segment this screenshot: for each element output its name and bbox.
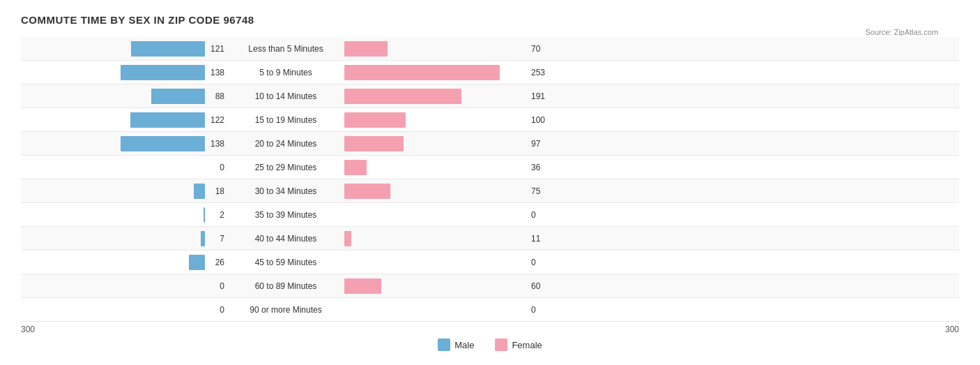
bar-row: 0 90 or more Minutes 0 [21, 298, 959, 322]
male-value: 88 [205, 91, 224, 101]
female-value: 0 [531, 258, 551, 267]
female-bar [344, 89, 461, 104]
female-value: 36 [531, 163, 551, 172]
male-bar-wrap [21, 231, 205, 246]
left-section: 26 [21, 255, 230, 270]
bar-row: 138 20 to 24 Minutes 97 [21, 132, 959, 156]
male-value: 18 [205, 186, 224, 196]
left-section: 138 [21, 65, 230, 80]
bars-container: 121 Less than 5 Minutes 70 138 5 to 9 Mi… [21, 37, 959, 322]
male-bar-wrap [21, 160, 205, 175]
bar-row: 0 25 to 29 Minutes 36 [21, 156, 959, 179]
female-value: 97 [531, 139, 551, 149]
female-value: 60 [531, 281, 551, 291]
female-value: 0 [531, 210, 551, 220]
category-label: 15 to 19 Minutes [230, 115, 342, 125]
axis-left-label: 300 [21, 325, 230, 334]
female-value: 0 [531, 305, 551, 315]
female-bar-wrap [344, 41, 528, 57]
bar-row: 18 30 to 34 Minutes 75 [21, 179, 959, 203]
right-section: 70 [342, 41, 551, 57]
left-section: 121 [21, 41, 230, 57]
female-bar-wrap [344, 207, 528, 223]
female-bar-wrap [344, 278, 528, 294]
male-bar-wrap [21, 255, 205, 270]
female-bar [344, 231, 351, 246]
left-section: 0 [21, 160, 230, 175]
left-section: 122 [21, 112, 230, 128]
female-bar-wrap [344, 302, 528, 318]
female-value: 75 [531, 186, 551, 196]
male-value: 0 [205, 163, 224, 172]
male-bar-wrap [21, 112, 205, 128]
right-section: 11 [342, 231, 551, 246]
female-bar [344, 136, 404, 151]
bar-row: 0 60 to 89 Minutes 60 [21, 274, 959, 298]
bar-row: 88 10 to 14 Minutes 191 [21, 84, 959, 108]
male-value: 122 [205, 115, 224, 125]
bar-row: 122 15 to 19 Minutes 100 [21, 108, 959, 132]
axis-right-label: 300 [750, 325, 959, 334]
female-bar-wrap [344, 160, 528, 175]
male-bar-wrap [21, 136, 205, 151]
female-bar-wrap [344, 136, 528, 151]
male-bar-wrap [21, 89, 205, 104]
female-bar [344, 160, 367, 175]
male-bar [121, 136, 205, 151]
category-label: 25 to 29 Minutes [230, 163, 342, 172]
category-label: 30 to 34 Minutes [230, 186, 342, 196]
left-section: 2 [21, 207, 230, 223]
male-bar-wrap [21, 278, 205, 294]
category-label: 60 to 89 Minutes [230, 281, 342, 291]
category-label: 90 or more Minutes [230, 305, 342, 315]
bar-row: 138 5 to 9 Minutes 253 [21, 61, 959, 84]
chart-title: COMMUTE TIME BY SEX IN ZIP CODE 96748 [21, 14, 959, 26]
bar-row: 121 Less than 5 Minutes 70 [21, 37, 959, 61]
male-value: 138 [205, 139, 224, 149]
male-bar [130, 112, 205, 128]
legend: Male Female [21, 338, 959, 351]
female-bar-wrap [344, 255, 528, 270]
male-bar-wrap [21, 302, 205, 318]
source-label: Source: ZipAtlas.com [865, 28, 938, 36]
category-label: 35 to 39 Minutes [230, 210, 342, 220]
female-bar-wrap [344, 184, 528, 199]
female-bar-wrap [344, 112, 528, 128]
right-section: 36 [342, 160, 551, 175]
left-section: 138 [21, 136, 230, 151]
male-value: 121 [205, 44, 224, 54]
female-bar [344, 184, 390, 199]
female-value: 70 [531, 44, 551, 54]
right-section: 60 [342, 278, 551, 294]
male-bar-wrap [21, 184, 205, 199]
category-label: 20 to 24 Minutes [230, 139, 342, 149]
chart-area: 121 Less than 5 Minutes 70 138 5 to 9 Mi… [21, 37, 959, 351]
male-value: 26 [205, 258, 224, 267]
left-section: 18 [21, 184, 230, 199]
male-value: 2 [205, 210, 224, 220]
male-bar [121, 65, 205, 80]
male-value: 0 [205, 281, 224, 291]
right-section: 191 [342, 89, 551, 104]
bottom-axis: 300 300 [21, 325, 959, 334]
female-label: Female [512, 340, 542, 350]
male-value: 7 [205, 234, 224, 244]
female-value: 191 [531, 91, 551, 101]
right-section: 0 [342, 255, 551, 270]
bar-row: 26 45 to 59 Minutes 0 [21, 251, 959, 274]
left-section: 7 [21, 231, 230, 246]
bar-row: 2 35 to 39 Minutes 0 [21, 203, 959, 227]
left-section: 88 [21, 89, 230, 104]
female-bar [344, 65, 500, 80]
left-section: 0 [21, 278, 230, 294]
right-section: 97 [342, 136, 551, 151]
right-section: 253 [342, 65, 551, 80]
male-bar [194, 184, 205, 199]
left-section: 0 [21, 302, 230, 318]
male-bar [151, 89, 205, 104]
category-label: 10 to 14 Minutes [230, 91, 342, 101]
female-bar [344, 278, 381, 294]
right-section: 0 [342, 302, 551, 318]
right-section: 100 [342, 112, 551, 128]
female-bar-wrap [344, 231, 528, 246]
